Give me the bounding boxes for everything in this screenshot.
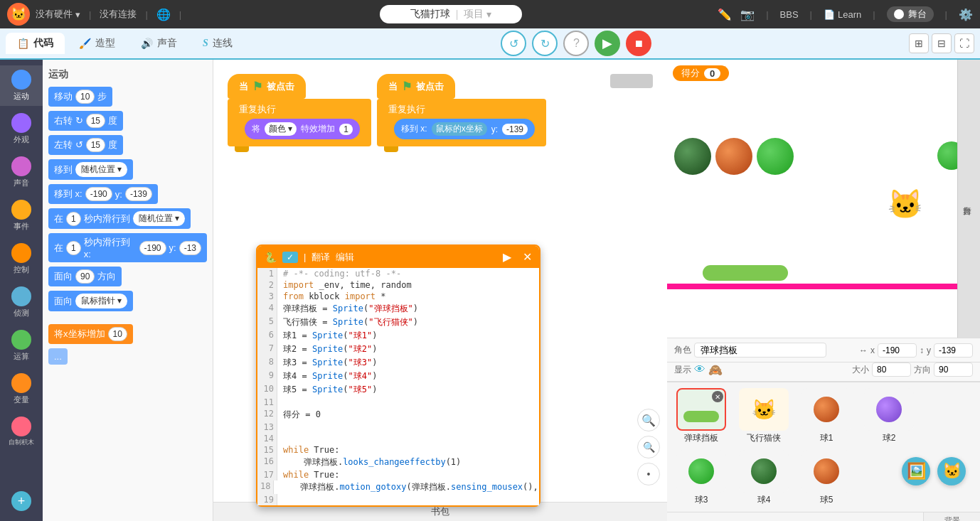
connect-btn[interactable]: 没有连接 (100, 8, 137, 21)
move-to-dropdown[interactable]: 随机位置 ▾ (75, 162, 127, 177)
camera-icon[interactable]: 📷 (740, 8, 755, 21)
y-value[interactable]: -139 (502, 124, 528, 135)
sidebar-item-variable[interactable]: 变量 (0, 369, 43, 409)
glide-xy-block[interactable]: 在 1 秒内滑行到 x: -190 y: -13 (48, 233, 207, 262)
sidebar-item-sensing[interactable]: 侦测 (0, 282, 43, 323)
hide-eye-btn[interactable]: 🙈 (708, 363, 723, 377)
hat-block-2[interactable]: 当 ⚑ 被点击 (377, 74, 455, 99)
edit-label[interactable]: 编辑 (336, 251, 354, 264)
partial-block[interactable]: ... (48, 348, 68, 365)
right-turn-block[interactable]: 右转 ↻ 15 度 (48, 111, 123, 131)
move-value[interactable]: 10 (75, 90, 95, 104)
block-glide-xy[interactable]: 在 1 秒内滑行到 x: -190 y: -13 (48, 233, 207, 262)
checkbox-checked[interactable]: ✓ (282, 252, 298, 263)
sprite-qiu5[interactable]: 球5 (798, 450, 855, 506)
move-block[interactable]: 移动 10 步 (48, 87, 112, 107)
glide-secs-value[interactable]: 1 (66, 212, 81, 226)
inner-motion-block[interactable]: 移到 x: 鼠标的x坐标 y: -139 (394, 119, 535, 139)
zoom-out-btn[interactable]: 🔍 (637, 436, 660, 458)
zoom-in-btn[interactable]: 🔍 (637, 409, 660, 431)
sidebar-item-looks[interactable]: 外观 (0, 109, 43, 149)
glide-xy-secs[interactable]: 1 (66, 241, 81, 255)
x-increase-block[interactable]: 将x坐标增加 10 (48, 324, 133, 344)
block-right-turn[interactable]: 右转 ↻ 15 度 (48, 111, 207, 131)
stop-btn[interactable]: ⏹ (626, 31, 651, 56)
block-face-mouse[interactable]: 面向 鼠标指针 ▾ (48, 291, 207, 311)
block-left-turn[interactable]: 左转 ↺ 15 度 (48, 135, 207, 155)
sprite-feixiamao[interactable]: 🐱 飞行猫侠 (735, 388, 792, 444)
repeat-block-1[interactable]: 重复执行 将 颜色 ▾ 特效增加 1 (228, 99, 371, 146)
dir-input[interactable] (934, 362, 973, 377)
move-to-block[interactable]: 移到 随机位置 ▾ (48, 159, 133, 180)
glide-random-block[interactable]: 在 1 秒内滑行到 随机位置 ▾ (48, 208, 191, 229)
sidebar-item-custom[interactable]: 自制积木 (0, 412, 43, 451)
tab-code[interactable]: 📋 代码 (6, 33, 65, 54)
face-mouse-dropdown[interactable]: 鼠标指针 ▾ (75, 294, 127, 308)
pencil-icon[interactable]: ✏️ (718, 8, 732, 21)
left-turn-block[interactable]: 左转 ↺ 15 度 (48, 135, 123, 155)
face-mouse-block[interactable]: 面向 鼠标指针 ▾ (48, 291, 133, 311)
y-input[interactable] (934, 343, 973, 358)
size-input[interactable] (872, 362, 911, 377)
block-x-increase[interactable]: 将x坐标增加 10 (48, 324, 207, 344)
sidebar-item-motion[interactable]: 运动 (0, 65, 43, 106)
sprite-dangban[interactable]: ✕ 弹球挡板 (673, 388, 730, 444)
stage-tab[interactable]: 舞台 (957, 60, 980, 338)
sprite-qiu3[interactable]: 球3 (673, 450, 730, 506)
fullscreen-btn[interactable]: ⛶ (954, 33, 974, 53)
project-dropdown[interactable]: 项目 ▾ (464, 8, 491, 21)
sprite-delete-btn[interactable]: ✕ (712, 391, 723, 402)
block-move-xy[interactable]: 移到 x: -190 y: -139 (48, 184, 207, 204)
show-eye-btn[interactable]: 👁 (694, 363, 705, 376)
zoom-reset-btn[interactable]: • (637, 463, 660, 485)
move-x-value[interactable]: -190 (85, 187, 112, 201)
bbs-btn[interactable]: BBS (780, 9, 799, 20)
sidebar-item-events[interactable]: 事件 (0, 195, 43, 236)
sidebar-item-sound[interactable]: 声音 (0, 152, 43, 193)
sidebar-item-operator[interactable]: 运算 (0, 326, 43, 366)
redo-btn[interactable]: ↻ (532, 31, 558, 56)
glide-x[interactable]: -190 (139, 241, 166, 255)
effect-dropdown[interactable]: 颜色 ▾ (265, 122, 297, 136)
globe-icon[interactable]: 🌐 (156, 8, 171, 21)
sprite-qiu1[interactable]: 球1 (798, 388, 855, 444)
repeat-block-2[interactable]: 重复执行 移到 x: 鼠标的x坐标 y: -139 (377, 99, 546, 146)
tab-costume[interactable]: 🖌️ 造型 (68, 33, 127, 54)
undo-btn[interactable]: ↺ (501, 31, 526, 56)
close-icon[interactable]: ✕ (523, 250, 532, 264)
x-input[interactable] (878, 343, 917, 358)
green-flag-btn[interactable]: ▶ (595, 31, 620, 56)
help-btn[interactable]: ? (563, 31, 589, 56)
block-face-dir[interactable]: 面向 90 方向 (48, 267, 207, 286)
block-glide-random[interactable]: 在 1 秒内滑行到 随机位置 ▾ (48, 208, 207, 229)
add-sprite-btn[interactable]: 🐱 (937, 457, 966, 485)
block-move[interactable]: 移动 10 步 (48, 87, 207, 107)
glide-y[interactable]: -13 (179, 241, 201, 255)
move-xy-block[interactable]: 移到 x: -190 y: -139 (48, 184, 158, 204)
right-turn-value[interactable]: 15 (86, 114, 105, 128)
inner-looks-block[interactable]: 将 颜色 ▾ 特效增加 1 (245, 119, 360, 139)
face-dir-block[interactable]: 面向 90 方向 (48, 267, 122, 286)
move-y-value[interactable]: -139 (125, 187, 152, 201)
sidebar-item-control[interactable]: 控制 (0, 239, 43, 279)
sprite-qiu4[interactable]: 球4 (735, 450, 792, 506)
run-icon[interactable]: ▶ (503, 250, 511, 264)
face-dir-value[interactable]: 90 (75, 269, 95, 284)
sprite-qiu2[interactable]: 球2 (861, 388, 917, 444)
left-turn-value[interactable]: 15 (86, 138, 105, 152)
shrink-stage-btn[interactable]: ⊞ (909, 33, 929, 53)
stage-btn[interactable]: 舞台 (887, 6, 934, 22)
settings-icon[interactable]: ⚙️ (959, 8, 973, 21)
tab-connect[interactable]: S 连线 (191, 33, 244, 54)
sprite-name-input[interactable] (694, 343, 826, 358)
add-bg-btn[interactable]: 🖼️ (902, 457, 930, 485)
sidebar-item-add[interactable]: + (0, 487, 43, 515)
expand-stage-btn[interactable]: ⊟ (932, 33, 952, 53)
glide-dropdown[interactable]: 随机位置 ▾ (133, 211, 185, 226)
block-move-to[interactable]: 移到 随机位置 ▾ (48, 159, 207, 180)
learn-btn[interactable]: 📄 Learn (824, 9, 861, 20)
effect-value[interactable]: 1 (339, 124, 353, 135)
tab-sound[interactable]: 🔊 声音 (129, 33, 188, 54)
x-increase-value[interactable]: 10 (108, 327, 127, 341)
device-selector[interactable]: 没有硬件 ▾ (36, 8, 80, 21)
